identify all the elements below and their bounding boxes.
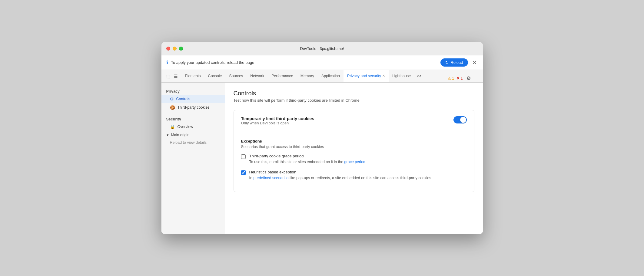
devtools-window: DevTools - 3pc.glitch.me/ ℹ To apply you… bbox=[161, 42, 483, 234]
notification-close-button[interactable]: ✕ bbox=[471, 59, 478, 66]
exception-item-heuristics: Heuristics based exception In predefined… bbox=[241, 170, 467, 181]
traffic-lights bbox=[166, 47, 183, 51]
grace-period-checkbox-wrapper[interactable] bbox=[241, 154, 246, 160]
reload-icon: ↻ bbox=[445, 60, 449, 65]
tab-close-icon[interactable]: ✕ bbox=[382, 74, 385, 78]
tab-icon-group: ⬚ ☰ bbox=[163, 70, 181, 82]
tab-network[interactable]: Network bbox=[247, 70, 268, 82]
window-title: DevTools - 3pc.glitch.me/ bbox=[300, 46, 344, 51]
gear-icon: ⚙ bbox=[170, 97, 174, 101]
close-button[interactable] bbox=[166, 47, 170, 51]
grace-period-link[interactable]: grace period bbox=[344, 160, 366, 164]
warning-badge[interactable]: ⚠ 1 bbox=[448, 76, 454, 80]
tab-application[interactable]: Application bbox=[318, 70, 344, 82]
tab-console[interactable]: Console bbox=[204, 70, 226, 82]
heuristics-checkbox-wrapper[interactable] bbox=[241, 170, 246, 176]
tabbar: ⬚ ☰ Elements Console Sources Network Per… bbox=[161, 70, 483, 83]
more-options-button[interactable]: ⋮ bbox=[474, 74, 482, 82]
card-header: Temporarily limit third-party cookies On… bbox=[241, 116, 467, 131]
select-element-button[interactable]: ⬚ bbox=[165, 73, 171, 80]
grace-period-checkbox[interactable] bbox=[241, 154, 246, 159]
main-layout: Privacy ⚙ Controls 🍪 Third-party cookies… bbox=[161, 83, 483, 234]
info-icon: ℹ bbox=[166, 60, 168, 65]
tab-privacy-and-security[interactable]: Privacy and security ✕ bbox=[344, 70, 389, 82]
tab-sources[interactable]: Sources bbox=[225, 70, 247, 82]
sidebar: Privacy ⚙ Controls 🍪 Third-party cookies… bbox=[161, 83, 225, 234]
tab-lighthouse[interactable]: Lighthouse bbox=[389, 70, 414, 82]
notification-bar: ℹ To apply your updated controls, reload… bbox=[161, 55, 483, 70]
page-title: Controls bbox=[234, 90, 474, 97]
titlebar: DevTools - 3pc.glitch.me/ bbox=[161, 42, 483, 55]
error-badge[interactable]: ⚑ 1 bbox=[456, 76, 463, 80]
limit-cookies-toggle[interactable] bbox=[453, 116, 467, 123]
heuristics-desc: In predefined scenarios like pop-ups or … bbox=[249, 175, 431, 181]
sidebar-item-third-party-cookies[interactable]: 🍪 Third-party cookies bbox=[161, 103, 225, 112]
cookie-limit-card: Temporarily limit third-party cookies On… bbox=[234, 110, 474, 192]
page-subtitle: Test how this site will perform if third… bbox=[234, 98, 474, 103]
privacy-section-label: Privacy bbox=[161, 87, 225, 95]
notification-text: To apply your updated controls, reload t… bbox=[171, 60, 438, 65]
cookie-icon: 🍪 bbox=[170, 105, 175, 110]
grace-period-desc: To use this, enroll this site or sites e… bbox=[249, 159, 366, 165]
maximize-button[interactable] bbox=[179, 47, 183, 51]
tab-memory[interactable]: Memory bbox=[297, 70, 318, 82]
sidebar-item-main-origin[interactable]: ▼ Main origin bbox=[161, 131, 225, 139]
divider bbox=[241, 134, 467, 134]
grace-period-text: Third-party cookie grace period To use t… bbox=[249, 154, 366, 165]
card-title: Temporarily limit third-party cookies bbox=[241, 116, 314, 121]
settings-button[interactable]: ⚙ bbox=[465, 74, 472, 82]
exceptions-subtitle: Scenarios that grant access to third-par… bbox=[241, 145, 467, 149]
predefined-scenarios-link[interactable]: predefined scenarios bbox=[253, 176, 288, 180]
tab-elements[interactable]: Elements bbox=[181, 70, 204, 82]
heuristics-text: Heuristics based exception In predefined… bbox=[249, 170, 431, 181]
sidebar-item-reload-details: Reload to view details bbox=[161, 139, 225, 146]
sidebar-item-controls[interactable]: ⚙ Controls bbox=[161, 95, 225, 103]
chevron-down-icon: ▼ bbox=[166, 133, 169, 137]
heuristics-title: Heuristics based exception bbox=[249, 170, 431, 174]
card-subtitle: Only when DevTools is open bbox=[241, 121, 314, 125]
tab-right-actions: ⚠ 1 ⚑ 1 ⚙ ⋮ bbox=[448, 74, 481, 82]
lock-icon: 🔒 bbox=[170, 124, 175, 129]
reload-button[interactable]: ↻ Reload bbox=[440, 58, 468, 67]
heuristics-checkbox[interactable] bbox=[241, 170, 246, 175]
exceptions-title: Exceptions bbox=[241, 139, 467, 143]
exception-item-grace-period: Third-party cookie grace period To use t… bbox=[241, 154, 467, 165]
sidebar-item-overview[interactable]: 🔒 Overview bbox=[161, 123, 225, 131]
card-title-group: Temporarily limit third-party cookies On… bbox=[241, 116, 314, 131]
tab-performance[interactable]: Performance bbox=[268, 70, 297, 82]
device-toolbar-button[interactable]: ☰ bbox=[173, 73, 179, 80]
flag-icon: ⚑ bbox=[456, 76, 460, 80]
warning-icon: ⚠ bbox=[448, 76, 451, 80]
security-section-label: Security bbox=[161, 115, 225, 123]
grace-period-title: Third-party cookie grace period bbox=[249, 154, 366, 158]
tab-more-button[interactable]: >> bbox=[414, 70, 424, 82]
content-area: Controls Test how this site will perform… bbox=[225, 83, 483, 234]
minimize-button[interactable] bbox=[173, 47, 177, 51]
